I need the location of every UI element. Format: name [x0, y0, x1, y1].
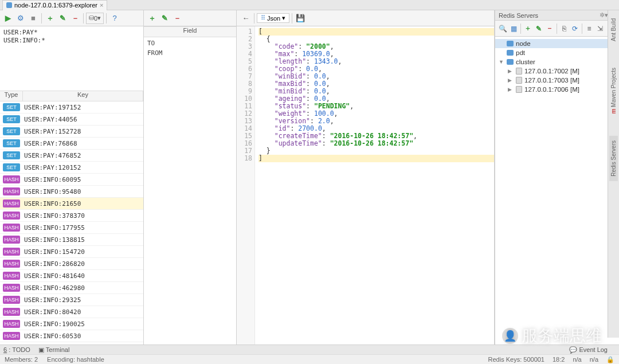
tab-maven[interactable]: m Maven Projects	[609, 63, 618, 119]
delete-field-button[interactable]: －	[171, 13, 183, 24]
col-type[interactable]: Type	[0, 91, 23, 101]
lock-icon[interactable]: 🔒	[606, 356, 614, 363]
json-icon: ⠿	[261, 14, 265, 22]
todo-button[interactable]: 6: TODO	[3, 346, 30, 353]
settings-icon[interactable]: ≡	[584, 23, 594, 34]
query-input[interactable]: USER:PAY* USER:INFO:*	[0, 26, 143, 91]
key-name: USER:PAY:197152	[23, 104, 143, 111]
field-item[interactable]: TO	[147, 38, 233, 48]
type-badge: HASH	[3, 212, 20, 220]
key-row[interactable]: HASHUSER:INFO:80420	[0, 306, 143, 318]
edit-field-button[interactable]: ✎	[159, 13, 170, 24]
key-row[interactable]: HASHUSER:INFO:29325	[0, 294, 143, 306]
search-icon[interactable]: 🔍	[497, 23, 508, 34]
key-row[interactable]: SETUSER:PAY:476852	[0, 150, 143, 162]
tab-ant-build[interactable]: Ant Build	[609, 14, 618, 46]
code-area[interactable]: [ { "code": "2000", "max": 10369.0, "len…	[255, 26, 494, 345]
type-badge: HASH	[3, 260, 20, 268]
key-name: USER:INFO:95480	[23, 188, 143, 195]
type-badge: HASH	[3, 236, 20, 244]
key-row[interactable]: HASHUSER:INFO:21650	[0, 198, 143, 210]
tree-node[interactable]: pdt	[495, 48, 619, 57]
tree-node[interactable]: ▼cluster	[495, 57, 619, 66]
chevron-down-icon: ▾	[282, 14, 285, 22]
key-row[interactable]: HASHUSER:INFO:60530	[0, 330, 143, 342]
remove-server-button[interactable]: －	[544, 23, 555, 34]
tree-node[interactable]: node	[495, 39, 619, 48]
add-field-button[interactable]: ＋	[146, 13, 158, 24]
field-list[interactable]: TOFROM	[144, 37, 236, 345]
key-table-header: Type Key	[0, 91, 143, 101]
event-log-button[interactable]: 💬 Event Log	[569, 346, 608, 354]
type-badge: HASH	[3, 332, 20, 340]
key-name: USER:INFO:60530	[23, 332, 143, 340]
run-button[interactable]: ▶	[2, 13, 14, 24]
key-row[interactable]: HASHUSER:INFO:154720	[0, 246, 143, 258]
config-button[interactable]: ⚙	[15, 13, 26, 24]
type-badge: HASH	[3, 284, 20, 292]
node-label: 127.0.0.1:7003 [M]	[524, 77, 579, 84]
keys-panel: ▶ ⚙ ■ ＋ ✎ － ⛁ 0 ▾ ? USER:PAY* USER:INFO:…	[0, 10, 144, 345]
indicator-2: n/a	[590, 356, 598, 363]
view-mode-dropdown[interactable]: ⠿ Json ▾	[257, 13, 289, 23]
key-row[interactable]: SETUSER:PAY:120152	[0, 162, 143, 174]
key-row[interactable]: HASHUSER:INFO:286820	[0, 258, 143, 270]
stop-button[interactable]: ■	[28, 13, 39, 24]
type-badge: SET	[3, 163, 20, 171]
console-button[interactable]: ▦	[508, 23, 519, 34]
help-button[interactable]: ?	[109, 13, 120, 24]
expand-icon[interactable]: ⇲	[595, 23, 605, 34]
key-list[interactable]: SETUSER:PAY:197152SETUSER:PAY:44056SETUS…	[0, 101, 143, 345]
duplicate-button[interactable]: ⎘	[559, 23, 569, 34]
key-name: USER:PAY:44056	[23, 116, 143, 123]
expand-arrow-icon[interactable]: ▶	[508, 68, 514, 74]
close-icon[interactable]: ×	[100, 2, 103, 9]
tool-window-tabs: Ant Build m Maven Projects Redis Servers	[608, 10, 619, 338]
key-row[interactable]: HASHUSER:INFO:95480	[0, 186, 143, 198]
cursor-pos: 18:2	[553, 356, 565, 363]
edit-server-button[interactable]: ✎	[534, 23, 544, 34]
key-row[interactable]: HASHUSER:INFO:462980	[0, 282, 143, 294]
save-button[interactable]: 💾	[295, 13, 306, 24]
expand-arrow-icon[interactable]: ▶	[508, 87, 514, 92]
add-server-button[interactable]: ＋	[523, 23, 533, 34]
key-row[interactable]: SETUSER:PAY:76868	[0, 138, 143, 150]
add-button[interactable]: ＋	[44, 13, 56, 24]
key-row[interactable]: HASHUSER:INFO:177955	[0, 222, 143, 234]
server-tree[interactable]: nodepdt▼cluster▶127.0.0.1:7002 [M]▶127.0…	[495, 37, 619, 345]
key-row[interactable]: SETUSER:PAY:152728	[0, 126, 143, 138]
key-row[interactable]: HASHUSER:INFO:138815	[0, 234, 143, 246]
terminal-button[interactable]: ▣ Terminal	[38, 346, 70, 354]
edit-button[interactable]: ✎	[57, 13, 68, 24]
node-label: cluster	[516, 58, 535, 65]
expand-arrow-icon[interactable]: ▶	[508, 77, 514, 83]
servers-toolbar: 🔍 ▦ ＋ ✎ － ⎘ ⟳ ≡ ⇲	[495, 21, 619, 37]
type-badge: HASH	[3, 175, 20, 183]
editor-toolbar: ← ⠿ Json ▾ 💾	[237, 10, 494, 26]
key-name: USER:INFO:29325	[23, 296, 143, 304]
status-bar: Members: 2 Encoding: hashtable Redis Key…	[0, 354, 619, 364]
tab-redis-servers[interactable]: Redis Servers	[609, 136, 618, 181]
tree-node[interactable]: ▶127.0.0.1:7003 [M]	[495, 76, 619, 85]
key-row[interactable]: HASHUSER:INFO:481640	[0, 270, 143, 282]
field-item[interactable]: FROM	[147, 48, 233, 58]
tree-node[interactable]: ▶127.0.0.1:7002 [M]	[495, 66, 619, 76]
key-name: USER:INFO:177955	[23, 224, 143, 232]
db-selector[interactable]: ⛁ 0 ▾	[86, 13, 104, 24]
key-row[interactable]: SETUSER:PAY:44056	[0, 113, 143, 126]
database-icon	[507, 41, 514, 46]
back-button[interactable]: ←	[240, 13, 252, 24]
key-row[interactable]: HASHUSER:INFO:190025	[0, 318, 143, 330]
key-row[interactable]: SETUSER:PAY:197152	[0, 101, 143, 113]
tree-node[interactable]: ▶127.0.0.1:7006 [M]	[495, 85, 619, 94]
refresh-icon[interactable]: ⟳	[570, 23, 580, 34]
type-badge: HASH	[3, 320, 20, 328]
delete-button[interactable]: －	[69, 13, 81, 24]
editor-tab[interactable]: node-127.0.0.1:6379-explorer ×	[2, 0, 107, 10]
key-row[interactable]: HASHUSER:INFO:378370	[0, 210, 143, 222]
gear-icon[interactable]: ✲▾	[600, 11, 608, 19]
key-name: USER:PAY:476852	[23, 152, 143, 159]
expand-arrow-icon[interactable]: ▼	[499, 59, 504, 65]
key-row[interactable]: HASHUSER:INFO:60095	[0, 174, 143, 186]
col-key[interactable]: Key	[23, 91, 143, 101]
